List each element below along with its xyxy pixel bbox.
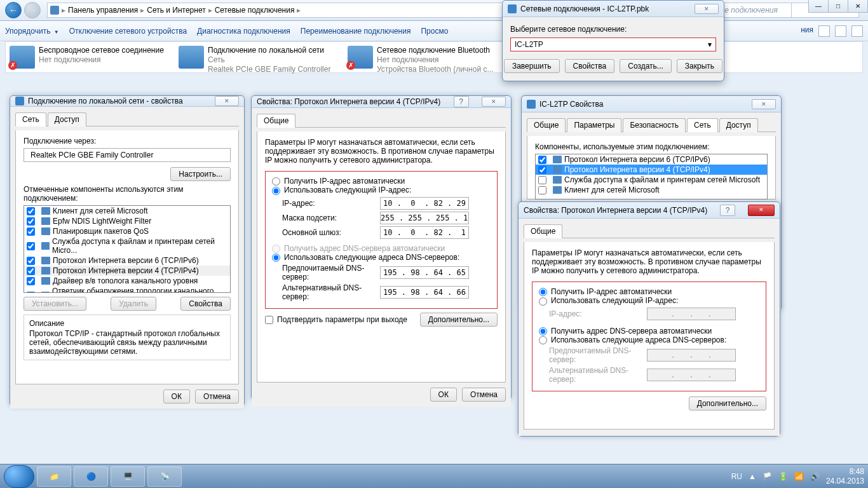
properties-button[interactable]: Свойства (565, 59, 615, 73)
ok-button[interactable]: ОК (163, 390, 190, 403)
crumb-2[interactable]: Сеть и Интернет (147, 6, 205, 15)
help-button[interactable]: ? (454, 96, 469, 107)
dns2-input[interactable] (380, 286, 469, 299)
tab-general[interactable]: Общие (524, 224, 562, 238)
minimize-button[interactable]: — (808, 0, 829, 13)
cancel-button[interactable]: Отмена (195, 390, 239, 403)
window-titlebar[interactable]: Сетевые подключения - IC-L2TP.pbk ✕ (503, 1, 724, 17)
comp-chk[interactable] (538, 186, 546, 194)
conn-bt[interactable]: Сетевое подключение Bluetooth Нет подклю… (348, 46, 506, 69)
tab-security[interactable]: Безопасность (623, 118, 686, 132)
start-button[interactable] (4, 465, 34, 488)
dns1-input[interactable] (380, 266, 469, 279)
tab-network[interactable]: Сеть (15, 112, 46, 126)
close-button[interactable]: ✕ (752, 99, 776, 109)
task-app[interactable]: 📡 (147, 466, 182, 487)
window-titlebar[interactable]: IC-L2TP Свойства ✕ (522, 96, 781, 112)
comp-chk[interactable] (538, 176, 546, 184)
flag-icon[interactable]: 🏳️ (763, 472, 772, 481)
tab-params[interactable]: Параметры (567, 118, 621, 132)
comp-chk[interactable] (27, 207, 35, 215)
window-titlebar[interactable]: Свойства: Протокол Интернета версии 4 (T… (252, 96, 511, 108)
window-titlebar[interactable]: Подключение по локальной сети - свойства… (10, 96, 244, 107)
components-list[interactable]: Протокол Интернета версии 6 (TCP/IPv6) П… (535, 154, 768, 200)
window-title: IC-L2TP Свойства (539, 100, 604, 109)
window-titlebar[interactable]: Свойства: Протокол Интернета версии 4 (T… (519, 202, 780, 219)
disable-device[interactable]: Отключение сетевого устройства (69, 27, 187, 36)
forward-button[interactable]: → (24, 2, 41, 18)
rename-conn[interactable]: Переименование подключения (301, 27, 411, 36)
complete-button[interactable]: Завершить (504, 59, 560, 73)
view-icon[interactable] (818, 25, 830, 37)
back-button[interactable]: ← (5, 2, 22, 18)
comp-chk[interactable] (27, 257, 35, 265)
tab-network[interactable]: Сеть (687, 118, 718, 132)
maximize-button[interactable]: □ (828, 0, 848, 13)
create-button[interactable]: Создать... (620, 59, 672, 73)
crumb-1[interactable]: Панель управления (68, 6, 138, 15)
auto-ip-radio[interactable] (272, 177, 280, 186)
close-button[interactable]: ✕ (215, 96, 239, 106)
ip-input[interactable] (380, 197, 469, 210)
conn-wifi[interactable]: Беспроводное сетевое соединение Нет подк… (10, 46, 168, 69)
organize-menu[interactable]: Упорядочить ▼ (5, 27, 59, 36)
lan-icon (179, 46, 204, 69)
diagnose-conn[interactable]: Диагностика подключения (197, 27, 290, 36)
ok-button[interactable]: ОК (430, 388, 457, 402)
preview-icon[interactable] (835, 25, 846, 37)
volume-icon[interactable]: 🔊 (810, 472, 820, 481)
tab-general[interactable]: Общие (257, 114, 295, 128)
connection-select[interactable]: IC-L2TP ▾ (510, 37, 716, 51)
wifi-icon (10, 46, 35, 69)
close-button[interactable]: ✕ (482, 97, 506, 107)
lang-indicator[interactable]: RU (731, 472, 742, 481)
task-explorer[interactable]: 📁 (37, 466, 71, 487)
close-button[interactable]: ✕ (748, 205, 775, 216)
cancel-button[interactable]: Отмена (462, 388, 506, 402)
tray-up-icon[interactable]: ▲ (749, 472, 756, 481)
remove-button[interactable]: Удалить (111, 297, 156, 311)
confirm-checkbox[interactable] (265, 316, 273, 324)
comp-chk[interactable] (27, 217, 35, 226)
auto-ip-radio[interactable] (539, 288, 547, 296)
manual-ip-radio[interactable] (539, 297, 547, 306)
conn-lan[interactable]: Подключение по локальной сети Сеть Realt… (179, 46, 337, 69)
crumb-3[interactable]: Сетевые подключения (215, 6, 295, 15)
comp-chk[interactable] (538, 166, 546, 174)
close-button[interactable]: ✕ (848, 0, 868, 13)
battery-icon[interactable]: 🔋 (778, 472, 788, 481)
close-button[interactable]: ✕ (695, 4, 719, 14)
advanced-button[interactable]: Дополнительно... (689, 396, 766, 410)
network-icon[interactable]: 📶 (794, 472, 804, 481)
confirm-checkbox-row[interactable]: Подтвердить параметры при выходе (265, 315, 407, 324)
task-network[interactable]: 🖥️ (111, 466, 145, 487)
comp-chk[interactable] (27, 227, 35, 236)
manual-dns-radio[interactable] (272, 254, 280, 262)
help-button[interactable]: ? (720, 205, 735, 216)
comp-chk[interactable] (27, 267, 35, 275)
comp-chk[interactable] (27, 292, 35, 294)
change-settings[interactable]: ния (801, 25, 813, 37)
clock[interactable]: 8:48 24.04.2013 (826, 467, 864, 485)
configure-button[interactable]: Настроить... (170, 167, 231, 181)
tab-general[interactable]: Общие (527, 118, 566, 132)
tab-access[interactable]: Доступ (48, 112, 86, 126)
auto-dns-radio[interactable] (539, 327, 547, 336)
manual-ip-radio[interactable] (272, 187, 280, 195)
help-icon[interactable] (851, 25, 863, 37)
comp-chk[interactable] (27, 277, 35, 285)
comp-chk[interactable] (27, 242, 35, 250)
gateway-input[interactable] (380, 226, 469, 239)
close-button[interactable]: Закрыть (677, 59, 722, 73)
comp-chk[interactable] (538, 156, 546, 164)
task-chrome[interactable]: 🔵 (74, 466, 108, 487)
view-conn[interactable]: Просмо (421, 27, 448, 36)
install-button[interactable]: Установить... (24, 297, 86, 311)
properties-button[interactable]: Свойства (180, 297, 231, 311)
comp-label: Протокол Интернета версии 6 (TCP/IPv6) (564, 155, 710, 164)
tab-access[interactable]: Доступ (719, 118, 758, 132)
mask-input[interactable] (380, 212, 469, 224)
components-list[interactable]: Клиент для сетей Microsoft Epfw NDIS Lig… (24, 205, 231, 293)
advanced-button[interactable]: Дополнительно... (420, 313, 498, 327)
manual-dns-radio[interactable] (539, 336, 547, 344)
